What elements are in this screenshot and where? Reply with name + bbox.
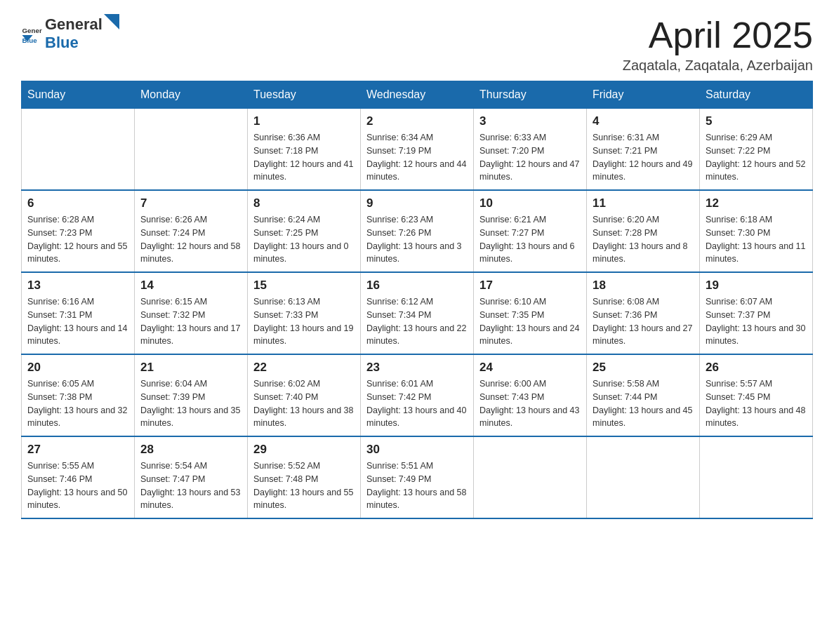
day-info: Sunrise: 6:13 AMSunset: 7:33 PMDaylight:… [253, 295, 355, 348]
day-number: 7 [140, 196, 241, 210]
day-info: Sunrise: 5:51 AMSunset: 7:49 PMDaylight:… [366, 459, 468, 512]
calendar-cell: 15Sunrise: 6:13 AMSunset: 7:33 PMDayligh… [248, 272, 361, 354]
day-info: Sunrise: 6:29 AMSunset: 7:22 PMDaylight:… [706, 131, 807, 184]
day-info: Sunrise: 6:24 AMSunset: 7:25 PMDaylight:… [253, 213, 355, 266]
calendar-cell: 24Sunrise: 6:00 AMSunset: 7:43 PMDayligh… [474, 354, 587, 436]
calendar-cell: 29Sunrise: 5:52 AMSunset: 7:48 PMDayligh… [248, 436, 361, 518]
calendar-cell: 13Sunrise: 6:16 AMSunset: 7:31 PMDayligh… [22, 272, 135, 354]
svg-text:Blue: Blue [22, 36, 38, 44]
day-number: 1 [253, 114, 355, 128]
location: Zaqatala, Zaqatala, Azerbaijan [623, 58, 813, 74]
logo: General Blue General Blue [21, 14, 119, 52]
day-info: Sunrise: 5:57 AMSunset: 7:45 PMDaylight:… [706, 377, 807, 430]
day-number: 10 [479, 196, 581, 210]
day-number: 6 [27, 196, 128, 210]
calendar-cell: 1Sunrise: 6:36 AMSunset: 7:18 PMDaylight… [248, 109, 361, 191]
day-number: 28 [140, 443, 241, 457]
day-info: Sunrise: 6:23 AMSunset: 7:26 PMDaylight:… [366, 213, 468, 266]
day-number: 29 [253, 443, 355, 457]
calendar-cell: 27Sunrise: 5:55 AMSunset: 7:46 PMDayligh… [22, 436, 135, 518]
day-number: 17 [479, 279, 581, 293]
calendar-cell: 22Sunrise: 6:02 AMSunset: 7:40 PMDayligh… [248, 354, 361, 436]
calendar-cell: 3Sunrise: 6:33 AMSunset: 7:20 PMDaylight… [474, 109, 587, 191]
calendar-cell [135, 109, 248, 191]
day-number: 24 [479, 361, 581, 375]
calendar-cell: 7Sunrise: 6:26 AMSunset: 7:24 PMDaylight… [135, 190, 248, 272]
day-number: 20 [27, 361, 128, 375]
header-friday: Friday [587, 81, 700, 109]
header-sunday: Sunday [22, 81, 135, 109]
day-number: 4 [593, 114, 694, 128]
svg-marker-3 [104, 14, 119, 29]
logo-triangle-icon [104, 14, 119, 29]
week-row-3: 13Sunrise: 6:16 AMSunset: 7:31 PMDayligh… [22, 272, 813, 354]
day-info: Sunrise: 6:12 AMSunset: 7:34 PMDaylight:… [366, 295, 468, 348]
calendar-cell [474, 436, 587, 518]
calendar-cell: 19Sunrise: 6:07 AMSunset: 7:37 PMDayligh… [700, 272, 813, 354]
header-monday: Monday [135, 81, 248, 109]
calendar-cell: 25Sunrise: 5:58 AMSunset: 7:44 PMDayligh… [587, 354, 700, 436]
calendar-table: SundayMondayTuesdayWednesdayThursdayFrid… [21, 81, 813, 519]
day-number: 30 [366, 443, 468, 457]
calendar-cell: 26Sunrise: 5:57 AMSunset: 7:45 PMDayligh… [700, 354, 813, 436]
calendar-cell: 12Sunrise: 6:18 AMSunset: 7:30 PMDayligh… [700, 190, 813, 272]
day-info: Sunrise: 6:26 AMSunset: 7:24 PMDaylight:… [140, 213, 241, 266]
month-title: April 2025 [623, 14, 813, 56]
day-number: 3 [479, 114, 581, 128]
calendar-cell: 5Sunrise: 6:29 AMSunset: 7:22 PMDaylight… [700, 109, 813, 191]
day-info: Sunrise: 5:54 AMSunset: 7:47 PMDaylight:… [140, 459, 241, 512]
logo-blue: Blue [45, 34, 79, 51]
day-info: Sunrise: 6:18 AMSunset: 7:30 PMDaylight:… [706, 213, 807, 266]
day-info: Sunrise: 6:00 AMSunset: 7:43 PMDaylight:… [479, 377, 581, 430]
day-number: 22 [253, 361, 355, 375]
day-info: Sunrise: 6:08 AMSunset: 7:36 PMDaylight:… [593, 295, 694, 348]
calendar-cell: 11Sunrise: 6:20 AMSunset: 7:28 PMDayligh… [587, 190, 700, 272]
header-wednesday: Wednesday [361, 81, 474, 109]
day-info: Sunrise: 6:05 AMSunset: 7:38 PMDaylight:… [27, 377, 128, 430]
day-info: Sunrise: 5:52 AMSunset: 7:48 PMDaylight:… [253, 459, 355, 512]
calendar-cell [587, 436, 700, 518]
day-info: Sunrise: 6:02 AMSunset: 7:40 PMDaylight:… [253, 377, 355, 430]
calendar-cell: 10Sunrise: 6:21 AMSunset: 7:27 PMDayligh… [474, 190, 587, 272]
title-block: April 2025 Zaqatala, Zaqatala, Azerbaija… [623, 14, 813, 74]
day-info: Sunrise: 6:31 AMSunset: 7:21 PMDaylight:… [593, 131, 694, 184]
day-number: 25 [593, 361, 694, 375]
day-info: Sunrise: 5:55 AMSunset: 7:46 PMDaylight:… [27, 459, 128, 512]
day-number: 21 [140, 361, 241, 375]
calendar-cell: 28Sunrise: 5:54 AMSunset: 7:47 PMDayligh… [135, 436, 248, 518]
day-number: 13 [27, 279, 128, 293]
day-number: 18 [593, 279, 694, 293]
calendar-cell [22, 109, 135, 191]
day-number: 15 [253, 279, 355, 293]
day-info: Sunrise: 5:58 AMSunset: 7:44 PMDaylight:… [593, 377, 694, 430]
day-number: 11 [593, 196, 694, 210]
calendar-cell: 17Sunrise: 6:10 AMSunset: 7:35 PMDayligh… [474, 272, 587, 354]
day-info: Sunrise: 6:04 AMSunset: 7:39 PMDaylight:… [140, 377, 241, 430]
day-info: Sunrise: 6:15 AMSunset: 7:32 PMDaylight:… [140, 295, 241, 348]
day-number: 14 [140, 279, 241, 293]
page-header: General Blue General Blue April 2025 Zaq… [21, 14, 813, 74]
day-info: Sunrise: 6:07 AMSunset: 7:37 PMDaylight:… [706, 295, 807, 348]
day-info: Sunrise: 6:34 AMSunset: 7:19 PMDaylight:… [366, 131, 468, 184]
week-row-4: 20Sunrise: 6:05 AMSunset: 7:38 PMDayligh… [22, 354, 813, 436]
calendar-header-row: SundayMondayTuesdayWednesdayThursdayFrid… [22, 81, 813, 109]
logo-icon: General Blue [21, 22, 42, 43]
day-info: Sunrise: 6:33 AMSunset: 7:20 PMDaylight:… [479, 131, 581, 184]
calendar-cell: 9Sunrise: 6:23 AMSunset: 7:26 PMDaylight… [361, 190, 474, 272]
calendar-cell: 20Sunrise: 6:05 AMSunset: 7:38 PMDayligh… [22, 354, 135, 436]
day-info: Sunrise: 6:20 AMSunset: 7:28 PMDaylight:… [593, 213, 694, 266]
day-number: 16 [366, 279, 468, 293]
logo-general: General [45, 15, 102, 34]
calendar-cell: 16Sunrise: 6:12 AMSunset: 7:34 PMDayligh… [361, 272, 474, 354]
calendar-cell: 2Sunrise: 6:34 AMSunset: 7:19 PMDaylight… [361, 109, 474, 191]
day-info: Sunrise: 6:36 AMSunset: 7:18 PMDaylight:… [253, 131, 355, 184]
day-info: Sunrise: 6:28 AMSunset: 7:23 PMDaylight:… [27, 213, 128, 266]
calendar-cell: 4Sunrise: 6:31 AMSunset: 7:21 PMDaylight… [587, 109, 700, 191]
day-number: 5 [706, 114, 807, 128]
calendar-cell [700, 436, 813, 518]
calendar-cell: 21Sunrise: 6:04 AMSunset: 7:39 PMDayligh… [135, 354, 248, 436]
calendar-cell: 6Sunrise: 6:28 AMSunset: 7:23 PMDaylight… [22, 190, 135, 272]
day-number: 19 [706, 279, 807, 293]
svg-text:General: General [22, 27, 43, 34]
day-number: 9 [366, 196, 468, 210]
